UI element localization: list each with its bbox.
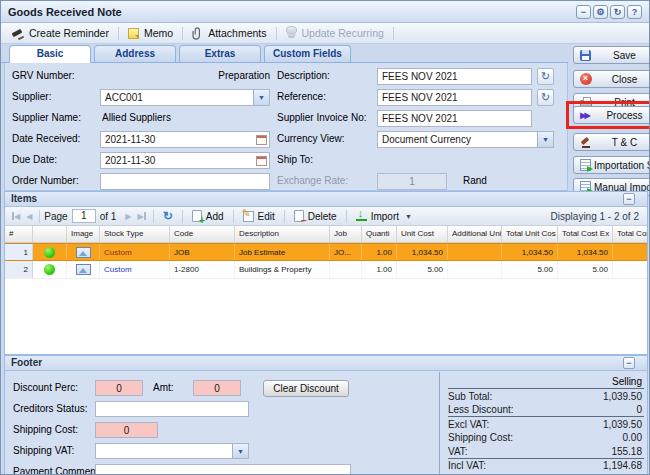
payment-comment-field[interactable] (95, 464, 351, 475)
column-header-additional-unit[interactable]: Additional Uni (448, 226, 502, 242)
tab-basic[interactable]: Basic (9, 45, 91, 63)
column-header-total-unit-cost[interactable]: Total Unit Cos (502, 226, 558, 242)
create-reminder-button[interactable]: Create Reminder (7, 25, 114, 41)
add-label: Add (206, 211, 224, 222)
supplier-invoice-field[interactable]: FEES NOV 2021 (377, 110, 532, 127)
toolbar-separator (346, 210, 347, 223)
first-page-icon[interactable]: ◀ (9, 212, 23, 221)
date-received-field[interactable]: 2021-11-30 (100, 131, 270, 148)
chevron-down-icon[interactable]: ▼ (537, 132, 553, 147)
stock-type-link[interactable]: Custom (100, 244, 170, 260)
discount-amt-field[interactable]: 0 (193, 380, 241, 396)
additional-unit-cell (448, 261, 502, 278)
tab-extras[interactable]: Extras (179, 45, 261, 62)
attachments-button[interactable]: Attachments (187, 25, 271, 42)
calendar-icon[interactable] (256, 135, 267, 145)
supplier-combo[interactable]: ACC001 ▼ (100, 89, 270, 106)
code-cell: JOB (170, 244, 235, 260)
column-header-total-cost-vat[interactable]: Total Cost V (613, 226, 648, 242)
add-icon (192, 210, 202, 222)
importation-split-button[interactable]: Importation Spl (573, 156, 650, 174)
discount-perc-field[interactable]: 0 (95, 380, 143, 396)
close-button[interactable]: × Close (573, 70, 650, 88)
shipping-cost-label: Shipping Cost: (13, 424, 78, 435)
due-date-label: Due Date: (12, 154, 57, 165)
supplier-value: ACC001 (105, 92, 143, 103)
options-gear-icon[interactable]: ⚙ (593, 5, 608, 19)
import-button[interactable]: Import ▼ (351, 210, 417, 222)
chevron-down-icon: ▼ (405, 213, 412, 220)
quantity-cell: 1.00 (362, 261, 397, 278)
column-header-job[interactable]: Job (330, 226, 362, 242)
memo-button[interactable]: Memo (123, 25, 178, 41)
vat-value: 155.18 (611, 446, 642, 457)
table-row[interactable]: 2 Custom 1-2800 Buildings & Property 1.0… (5, 261, 648, 279)
delete-item-button[interactable]: Delete (289, 210, 342, 222)
date-received-label: Date Received: (12, 133, 80, 144)
order-number-field[interactable] (100, 173, 270, 190)
column-header-description[interactable]: Description (235, 226, 330, 242)
reference-field[interactable]: FEES NOV 2021 (377, 89, 532, 106)
collapse-footer-icon[interactable]: − (623, 357, 635, 369)
currency-view-value: Document Currency (382, 134, 471, 145)
subtotal-row: Sub Total: 1,039.50 (448, 389, 644, 403)
column-header-quantity[interactable]: Quanti (362, 226, 397, 242)
column-header-total-cost-excl[interactable]: Total Cost Ex (558, 226, 613, 242)
refresh-icon: ↻ (163, 209, 173, 223)
help-icon[interactable]: ? (627, 5, 642, 19)
totals-panel: Selling Sub Total: 1,039.50 Less Discoun… (439, 372, 647, 475)
column-header-status[interactable] (33, 226, 67, 242)
chevron-down-icon[interactable]: ▼ (232, 444, 248, 458)
items-grid: # Image Stock Type Code Description Job … (5, 226, 648, 279)
floppy-disk-icon (579, 49, 592, 62)
table-row[interactable]: 1 Custom JOB Job Estimate JO... 1.00 1,0… (5, 243, 648, 261)
column-header-stock-type[interactable]: Stock Type (100, 226, 170, 242)
minimize-icon[interactable]: − (576, 5, 591, 19)
edit-pencil-icon (243, 211, 254, 222)
code-cell: 1-2800 (170, 261, 235, 278)
job-cell: JO... (330, 244, 362, 260)
unit-cost-cell: 5.00 (397, 261, 448, 278)
supplier-name-value: Allied Suppliers (102, 112, 171, 123)
description-field[interactable]: FEES NOV 2021 (377, 68, 532, 85)
image-cell[interactable] (67, 261, 100, 278)
edit-item-button[interactable]: Edit (238, 211, 280, 222)
due-date-field[interactable]: 2021-11-30 (100, 152, 270, 169)
stock-type-link[interactable]: Custom (100, 261, 170, 278)
column-header-unit-cost[interactable]: Unit Cost (397, 226, 448, 242)
prev-page-icon[interactable]: ◀ (23, 212, 35, 221)
reminder-icon (12, 28, 24, 39)
column-header-image[interactable]: Image (67, 226, 100, 242)
tab-custom-fields[interactable]: Custom Fields (264, 45, 351, 62)
shipping-vat-combo[interactable]: ▼ (95, 443, 249, 459)
refresh-grid-button[interactable]: ↻ (158, 209, 178, 223)
refresh-icon[interactable]: ↻ (610, 5, 625, 19)
process-button[interactable]: ▶▶ Process (573, 106, 650, 124)
add-item-button[interactable]: Add (187, 210, 229, 222)
reference-history-icon[interactable]: ↻ (537, 89, 554, 106)
collapse-items-icon[interactable]: − (623, 193, 635, 205)
totals-column-header: Selling (448, 375, 644, 389)
last-page-icon[interactable]: ▶ (135, 212, 149, 221)
column-header-number[interactable]: # (5, 226, 33, 242)
green-status-icon (44, 247, 55, 258)
chevron-down-icon[interactable]: ▼ (253, 90, 269, 105)
image-cell[interactable] (67, 244, 100, 260)
grv-number-label: GRV Number: (12, 70, 75, 81)
page-input[interactable]: 1 (72, 209, 96, 223)
shipping-cost-field[interactable]: 0 (95, 422, 158, 438)
creditors-status-field[interactable] (95, 401, 249, 417)
terms-conditions-button[interactable]: T & C (573, 133, 650, 151)
column-header-code[interactable]: Code (170, 226, 235, 242)
currency-view-label: Currency View: (277, 133, 345, 144)
description-history-icon[interactable]: ↻ (537, 68, 554, 85)
currency-view-combo[interactable]: Document Currency ▼ (377, 131, 554, 148)
toolbar-separator (393, 27, 394, 40)
creditors-status-label: Creditors Status: (13, 403, 87, 414)
calendar-icon[interactable] (256, 156, 267, 166)
tab-address[interactable]: Address (94, 45, 176, 62)
save-button[interactable]: Save (573, 46, 650, 64)
green-status-icon (44, 264, 55, 275)
clear-discount-button[interactable]: Clear Discount (263, 380, 349, 397)
next-page-icon[interactable]: ▶ (122, 212, 134, 221)
